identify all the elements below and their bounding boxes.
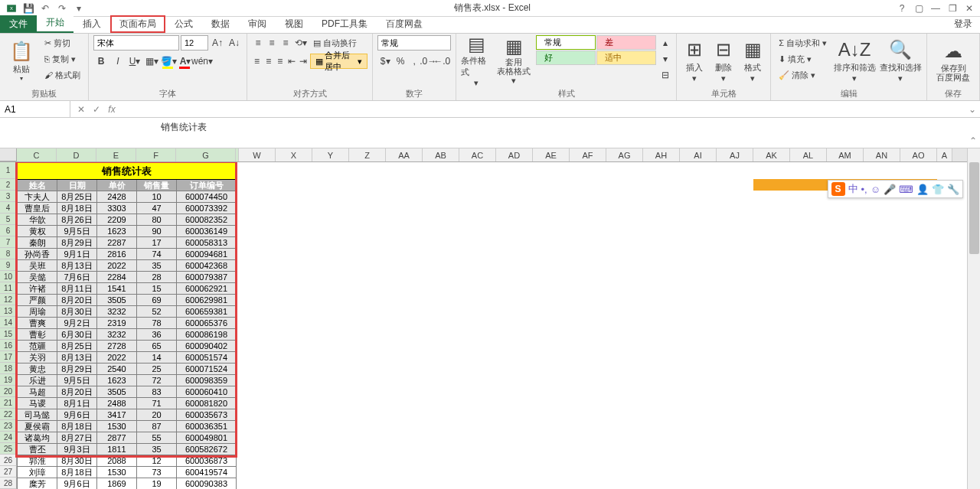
copy-button[interactable]: ⎘ 复制 ▾ bbox=[41, 51, 83, 67]
table-title[interactable]: 销售统计表 bbox=[18, 163, 237, 180]
cancel-fx-icon[interactable]: ✕ bbox=[75, 104, 87, 115]
cell[interactable]: 69 bbox=[137, 295, 177, 306]
style-bad[interactable]: 差 bbox=[596, 35, 656, 50]
scrollbar-thumb[interactable] bbox=[969, 162, 979, 254]
row-header[interactable]: 17 bbox=[0, 351, 17, 363]
phonetic-icon[interactable]: wén▾ bbox=[194, 54, 210, 69]
cell[interactable]: 3417 bbox=[97, 409, 137, 421]
cell[interactable]: 9月3日 bbox=[57, 444, 97, 455]
format-as-table-button[interactable]: ▦套用 表格格式▾ bbox=[495, 35, 533, 86]
col-header-F[interactable]: F bbox=[136, 148, 176, 161]
tab-pdf[interactable]: PDF工具集 bbox=[312, 15, 377, 33]
cell[interactable]: 3505 bbox=[97, 295, 137, 306]
row-header[interactable]: 23 bbox=[0, 420, 17, 432]
cell[interactable]: 35 bbox=[137, 260, 177, 272]
cell[interactable]: 2088 bbox=[97, 455, 137, 467]
cell[interactable]: 8月20日 bbox=[57, 386, 97, 398]
format-painter-button[interactable]: 🖌 格式刷 bbox=[41, 67, 83, 83]
row-header[interactable]: 19 bbox=[0, 374, 17, 386]
formula-input[interactable] bbox=[122, 108, 965, 111]
cell[interactable]: 600042368 bbox=[177, 260, 237, 272]
fill-color-icon[interactable]: 🪣▾ bbox=[161, 54, 176, 69]
cell[interactable]: 2022 bbox=[97, 260, 137, 272]
select-all-corner[interactable] bbox=[0, 148, 17, 161]
cell[interactable]: 15 bbox=[137, 283, 177, 295]
cell[interactable]: 600090383 bbox=[177, 478, 237, 490]
cell[interactable]: 83 bbox=[137, 386, 177, 398]
col-header-A[interactable]: A bbox=[937, 148, 952, 161]
wrap-text-button[interactable]: ▤ 自动换行 bbox=[310, 35, 360, 51]
row-header[interactable]: 21 bbox=[0, 397, 17, 409]
styles-down-icon[interactable]: ▾ bbox=[659, 51, 671, 67]
ime-toolbar[interactable]: S 中 •, ☺ 🎤 ⌨ 👤 👕 🔧 bbox=[828, 180, 963, 198]
cell[interactable]: 刘璋 bbox=[18, 467, 57, 478]
cell[interactable]: 600062921 bbox=[177, 283, 237, 295]
italic-icon[interactable]: I bbox=[110, 54, 126, 69]
ime-keyboard-icon[interactable]: ⌨ bbox=[899, 184, 913, 195]
row-header[interactable]: 14 bbox=[0, 317, 17, 328]
cell[interactable]: 17 bbox=[137, 237, 177, 249]
cell[interactable]: 8月26日 bbox=[57, 214, 97, 226]
cell[interactable]: 600098359 bbox=[177, 375, 237, 386]
cell[interactable]: 20 bbox=[137, 409, 177, 421]
cell[interactable]: 1811 bbox=[97, 444, 137, 455]
help-icon[interactable]: ? bbox=[894, 2, 910, 15]
cell[interactable]: 600036351 bbox=[177, 421, 237, 432]
tab-view[interactable]: 视图 bbox=[276, 15, 312, 33]
increase-decimal-icon[interactable]: .0→ bbox=[422, 54, 434, 69]
close-icon[interactable]: ✕ bbox=[962, 2, 977, 15]
col-header-AB[interactable]: AB bbox=[423, 148, 459, 161]
row-header[interactable]: 27 bbox=[0, 466, 17, 478]
cell[interactable]: 600086198 bbox=[177, 329, 237, 341]
col-header-AM[interactable]: AM bbox=[827, 148, 864, 161]
cell[interactable]: 600081820 bbox=[177, 398, 237, 409]
cell[interactable]: 许褚 bbox=[18, 283, 57, 295]
style-good[interactable]: 好 bbox=[536, 51, 596, 65]
cell[interactable]: 600659381 bbox=[177, 306, 237, 318]
cell[interactable]: 73 bbox=[137, 467, 177, 478]
cell[interactable]: 600051574 bbox=[177, 352, 237, 363]
cell[interactable]: 9月6日 bbox=[57, 478, 97, 490]
tab-insert[interactable]: 插入 bbox=[74, 15, 110, 33]
format-cells-button[interactable]: ▦格式▾ bbox=[740, 35, 766, 86]
col-header-AN[interactable]: AN bbox=[864, 148, 900, 161]
cell[interactable]: 47 bbox=[137, 203, 177, 214]
font-name-combo[interactable] bbox=[93, 35, 179, 51]
cell[interactable]: 7月6日 bbox=[57, 272, 97, 283]
cell[interactable]: 范疆 bbox=[18, 341, 57, 352]
col-header-AI[interactable]: AI bbox=[680, 148, 717, 161]
cell[interactable]: 1869 bbox=[97, 478, 137, 490]
row-header[interactable]: 9 bbox=[0, 259, 17, 271]
cell[interactable]: 吴懿 bbox=[18, 272, 57, 283]
cell[interactable]: 1623 bbox=[97, 375, 137, 386]
cell[interactable]: 600419574 bbox=[177, 467, 237, 478]
cell[interactable]: 姓名 bbox=[18, 180, 57, 191]
ribbon-options-icon[interactable]: ▢ bbox=[911, 2, 926, 15]
cell[interactable]: 8月30日 bbox=[57, 306, 97, 318]
cell[interactable]: 8月29日 bbox=[57, 363, 97, 375]
cell[interactable]: 3232 bbox=[97, 329, 137, 341]
align-left-icon[interactable]: ≡ bbox=[252, 54, 262, 69]
vertical-scrollbar[interactable] bbox=[967, 148, 980, 489]
cell[interactable]: 87 bbox=[137, 421, 177, 432]
row-header[interactable]: 7 bbox=[0, 236, 17, 248]
cell[interactable]: 1530 bbox=[97, 467, 137, 478]
cell[interactable]: 马超 bbox=[18, 386, 57, 398]
align-top-icon[interactable]: ≡ bbox=[252, 35, 264, 51]
cells-area[interactable]: 销售统计表姓名日期单价销售量订单编号卞夫人8月25日24281060007445… bbox=[17, 162, 980, 489]
cell[interactable]: 35 bbox=[137, 444, 177, 455]
formula-collapse-icon[interactable]: ⌃ bbox=[969, 135, 977, 146]
col-header-AG[interactable]: AG bbox=[606, 148, 643, 161]
cell[interactable]: 8月11日 bbox=[57, 283, 97, 295]
col-header-D[interactable]: D bbox=[57, 148, 96, 161]
redo-icon[interactable]: ↷ bbox=[55, 2, 69, 15]
cell[interactable]: 600082352 bbox=[177, 214, 237, 226]
minimize-icon[interactable]: — bbox=[928, 2, 943, 15]
col-header-AA[interactable]: AA bbox=[386, 148, 423, 161]
row-header[interactable]: 12 bbox=[0, 294, 17, 305]
cell[interactable]: 8月13日 bbox=[57, 352, 97, 363]
row-header[interactable]: 25 bbox=[0, 443, 17, 455]
cell[interactable]: 3505 bbox=[97, 386, 137, 398]
row-header[interactable]: 1 bbox=[0, 162, 17, 179]
cell[interactable]: 1541 bbox=[97, 283, 137, 295]
